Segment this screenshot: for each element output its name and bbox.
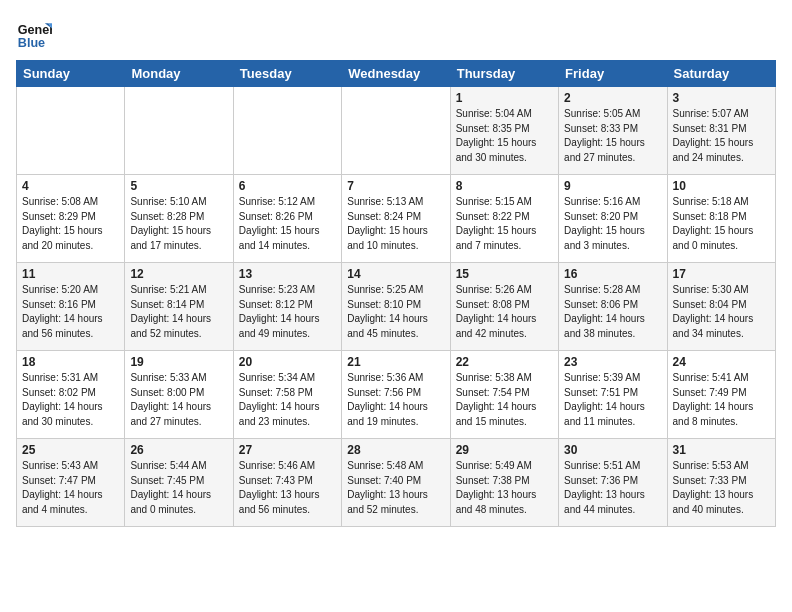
day-info: Sunrise: 5:13 AM Sunset: 8:24 PM Dayligh… [347, 195, 444, 253]
day-info: Sunrise: 5:39 AM Sunset: 7:51 PM Dayligh… [564, 371, 661, 429]
col-friday: Friday [559, 61, 667, 87]
logo-icon: General Blue [16, 16, 52, 52]
logo: General Blue [16, 16, 52, 52]
calendar-cell: 17Sunrise: 5:30 AM Sunset: 8:04 PM Dayli… [667, 263, 775, 351]
calendar-cell: 30Sunrise: 5:51 AM Sunset: 7:36 PM Dayli… [559, 439, 667, 527]
day-number: 16 [564, 267, 661, 281]
calendar-cell [17, 87, 125, 175]
day-info: Sunrise: 5:53 AM Sunset: 7:33 PM Dayligh… [673, 459, 770, 517]
calendar-cell [125, 87, 233, 175]
calendar-cell: 6Sunrise: 5:12 AM Sunset: 8:26 PM Daylig… [233, 175, 341, 263]
calendar-cell: 1Sunrise: 5:04 AM Sunset: 8:35 PM Daylig… [450, 87, 558, 175]
day-number: 30 [564, 443, 661, 457]
calendar-cell: 5Sunrise: 5:10 AM Sunset: 8:28 PM Daylig… [125, 175, 233, 263]
calendar-cell: 4Sunrise: 5:08 AM Sunset: 8:29 PM Daylig… [17, 175, 125, 263]
calendar-cell: 19Sunrise: 5:33 AM Sunset: 8:00 PM Dayli… [125, 351, 233, 439]
calendar-cell: 21Sunrise: 5:36 AM Sunset: 7:56 PM Dayli… [342, 351, 450, 439]
day-number: 2 [564, 91, 661, 105]
day-info: Sunrise: 5:34 AM Sunset: 7:58 PM Dayligh… [239, 371, 336, 429]
day-info: Sunrise: 5:25 AM Sunset: 8:10 PM Dayligh… [347, 283, 444, 341]
calendar-cell: 27Sunrise: 5:46 AM Sunset: 7:43 PM Dayli… [233, 439, 341, 527]
day-number: 26 [130, 443, 227, 457]
day-info: Sunrise: 5:04 AM Sunset: 8:35 PM Dayligh… [456, 107, 553, 165]
day-number: 10 [673, 179, 770, 193]
calendar-body: 1Sunrise: 5:04 AM Sunset: 8:35 PM Daylig… [17, 87, 776, 527]
day-number: 18 [22, 355, 119, 369]
day-info: Sunrise: 5:28 AM Sunset: 8:06 PM Dayligh… [564, 283, 661, 341]
calendar-cell: 13Sunrise: 5:23 AM Sunset: 8:12 PM Dayli… [233, 263, 341, 351]
calendar-cell [233, 87, 341, 175]
calendar-cell: 12Sunrise: 5:21 AM Sunset: 8:14 PM Dayli… [125, 263, 233, 351]
day-info: Sunrise: 5:44 AM Sunset: 7:45 PM Dayligh… [130, 459, 227, 517]
calendar-cell: 24Sunrise: 5:41 AM Sunset: 7:49 PM Dayli… [667, 351, 775, 439]
calendar-week-1: 1Sunrise: 5:04 AM Sunset: 8:35 PM Daylig… [17, 87, 776, 175]
calendar-cell: 29Sunrise: 5:49 AM Sunset: 7:38 PM Dayli… [450, 439, 558, 527]
day-info: Sunrise: 5:43 AM Sunset: 7:47 PM Dayligh… [22, 459, 119, 517]
header: General Blue [16, 16, 776, 52]
day-info: Sunrise: 5:46 AM Sunset: 7:43 PM Dayligh… [239, 459, 336, 517]
day-info: Sunrise: 5:18 AM Sunset: 8:18 PM Dayligh… [673, 195, 770, 253]
day-info: Sunrise: 5:16 AM Sunset: 8:20 PM Dayligh… [564, 195, 661, 253]
calendar-cell: 16Sunrise: 5:28 AM Sunset: 8:06 PM Dayli… [559, 263, 667, 351]
day-number: 3 [673, 91, 770, 105]
header-row: Sunday Monday Tuesday Wednesday Thursday… [17, 61, 776, 87]
calendar-table: Sunday Monday Tuesday Wednesday Thursday… [16, 60, 776, 527]
calendar-cell: 8Sunrise: 5:15 AM Sunset: 8:22 PM Daylig… [450, 175, 558, 263]
day-info: Sunrise: 5:41 AM Sunset: 7:49 PM Dayligh… [673, 371, 770, 429]
day-info: Sunrise: 5:12 AM Sunset: 8:26 PM Dayligh… [239, 195, 336, 253]
day-number: 7 [347, 179, 444, 193]
day-number: 28 [347, 443, 444, 457]
calendar-week-2: 4Sunrise: 5:08 AM Sunset: 8:29 PM Daylig… [17, 175, 776, 263]
day-number: 21 [347, 355, 444, 369]
day-info: Sunrise: 5:38 AM Sunset: 7:54 PM Dayligh… [456, 371, 553, 429]
calendar-cell: 23Sunrise: 5:39 AM Sunset: 7:51 PM Dayli… [559, 351, 667, 439]
calendar-cell: 3Sunrise: 5:07 AM Sunset: 8:31 PM Daylig… [667, 87, 775, 175]
day-number: 29 [456, 443, 553, 457]
day-number: 6 [239, 179, 336, 193]
calendar-cell: 18Sunrise: 5:31 AM Sunset: 8:02 PM Dayli… [17, 351, 125, 439]
svg-text:Blue: Blue [18, 36, 45, 50]
day-number: 14 [347, 267, 444, 281]
day-number: 25 [22, 443, 119, 457]
day-info: Sunrise: 5:20 AM Sunset: 8:16 PM Dayligh… [22, 283, 119, 341]
day-number: 19 [130, 355, 227, 369]
col-saturday: Saturday [667, 61, 775, 87]
day-info: Sunrise: 5:48 AM Sunset: 7:40 PM Dayligh… [347, 459, 444, 517]
calendar-week-4: 18Sunrise: 5:31 AM Sunset: 8:02 PM Dayli… [17, 351, 776, 439]
calendar-cell: 31Sunrise: 5:53 AM Sunset: 7:33 PM Dayli… [667, 439, 775, 527]
day-number: 27 [239, 443, 336, 457]
col-thursday: Thursday [450, 61, 558, 87]
col-wednesday: Wednesday [342, 61, 450, 87]
day-number: 17 [673, 267, 770, 281]
day-number: 15 [456, 267, 553, 281]
col-sunday: Sunday [17, 61, 125, 87]
calendar-cell: 22Sunrise: 5:38 AM Sunset: 7:54 PM Dayli… [450, 351, 558, 439]
day-number: 24 [673, 355, 770, 369]
day-info: Sunrise: 5:10 AM Sunset: 8:28 PM Dayligh… [130, 195, 227, 253]
day-info: Sunrise: 5:21 AM Sunset: 8:14 PM Dayligh… [130, 283, 227, 341]
day-number: 5 [130, 179, 227, 193]
calendar-cell: 15Sunrise: 5:26 AM Sunset: 8:08 PM Dayli… [450, 263, 558, 351]
day-info: Sunrise: 5:49 AM Sunset: 7:38 PM Dayligh… [456, 459, 553, 517]
calendar-cell [342, 87, 450, 175]
day-number: 4 [22, 179, 119, 193]
calendar-cell: 28Sunrise: 5:48 AM Sunset: 7:40 PM Dayli… [342, 439, 450, 527]
day-info: Sunrise: 5:07 AM Sunset: 8:31 PM Dayligh… [673, 107, 770, 165]
day-number: 22 [456, 355, 553, 369]
col-tuesday: Tuesday [233, 61, 341, 87]
day-info: Sunrise: 5:33 AM Sunset: 8:00 PM Dayligh… [130, 371, 227, 429]
calendar-cell: 9Sunrise: 5:16 AM Sunset: 8:20 PM Daylig… [559, 175, 667, 263]
day-number: 13 [239, 267, 336, 281]
day-info: Sunrise: 5:15 AM Sunset: 8:22 PM Dayligh… [456, 195, 553, 253]
calendar-week-5: 25Sunrise: 5:43 AM Sunset: 7:47 PM Dayli… [17, 439, 776, 527]
calendar-cell: 10Sunrise: 5:18 AM Sunset: 8:18 PM Dayli… [667, 175, 775, 263]
day-info: Sunrise: 5:08 AM Sunset: 8:29 PM Dayligh… [22, 195, 119, 253]
day-info: Sunrise: 5:05 AM Sunset: 8:33 PM Dayligh… [564, 107, 661, 165]
calendar-cell: 7Sunrise: 5:13 AM Sunset: 8:24 PM Daylig… [342, 175, 450, 263]
day-info: Sunrise: 5:23 AM Sunset: 8:12 PM Dayligh… [239, 283, 336, 341]
day-info: Sunrise: 5:36 AM Sunset: 7:56 PM Dayligh… [347, 371, 444, 429]
calendar-cell: 11Sunrise: 5:20 AM Sunset: 8:16 PM Dayli… [17, 263, 125, 351]
calendar-cell: 25Sunrise: 5:43 AM Sunset: 7:47 PM Dayli… [17, 439, 125, 527]
calendar-cell: 2Sunrise: 5:05 AM Sunset: 8:33 PM Daylig… [559, 87, 667, 175]
day-info: Sunrise: 5:31 AM Sunset: 8:02 PM Dayligh… [22, 371, 119, 429]
